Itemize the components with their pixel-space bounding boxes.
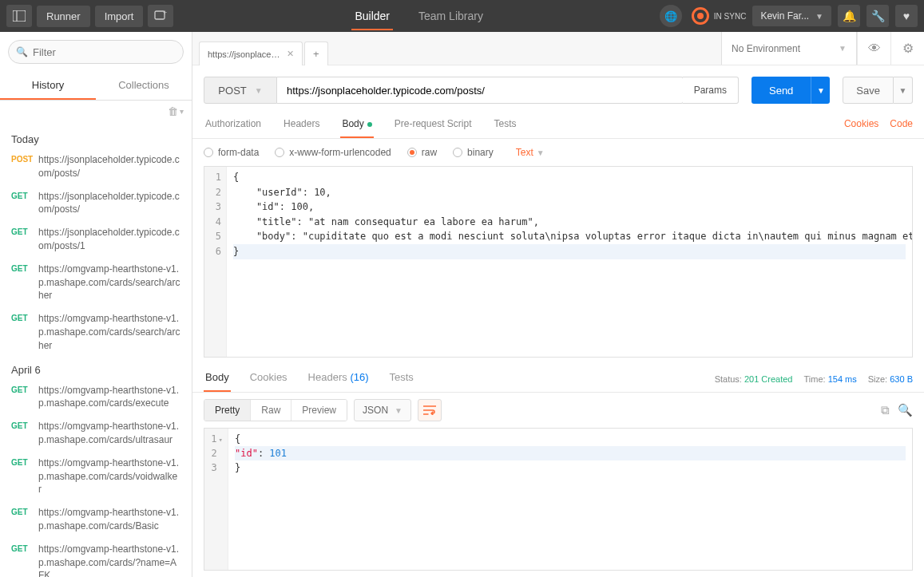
top-center-tabs: Builder Team Library [178, 2, 659, 30]
history-method: GET [11, 312, 32, 352]
notifications-button[interactable]: 🔔 [838, 5, 860, 27]
sync-label: IN SYNC [714, 12, 747, 21]
request-tab[interactable]: https://jsonplaceholder ✕ [199, 41, 303, 65]
request-tab-label: https://jsonplaceholder [208, 49, 280, 59]
history-group-title: April 6 [11, 364, 180, 376]
editor-gutter: 123456 [204, 167, 227, 357]
history-url: https://omgvamp-hearthstone-v1.p.mashape… [38, 263, 180, 302]
quick-look-button[interactable]: 👁 [857, 32, 890, 65]
body-modified-dot [367, 122, 372, 127]
history-url: https://omgvamp-hearthstone-v1.p.mashape… [38, 312, 180, 352]
history-url: https://jsonplaceholder.typicode.com/pos… [38, 226, 180, 253]
interceptor-icon[interactable]: 🌐 [660, 5, 682, 27]
history-url: https://jsonplaceholder.typicode.com/pos… [38, 153, 180, 180]
view-preview[interactable]: Preview [291, 400, 347, 421]
history-item[interactable]: GEThttps://omgvamp-hearthstone-v1.p.mash… [11, 420, 180, 447]
view-pretty[interactable]: Pretty [204, 400, 251, 421]
trash-icon[interactable]: 🗑 [168, 105, 178, 117]
new-tab-button[interactable]: + [304, 41, 328, 65]
save-button[interactable]: Save [843, 77, 894, 104]
history-item[interactable]: GEThttps://omgvamp-hearthstone-v1.p.mash… [11, 384, 180, 411]
toggle-wrap-button[interactable] [418, 399, 442, 421]
environment-select[interactable]: No Environment ▼ [721, 32, 857, 65]
history-list: TodayPOSThttps://jsonplaceholder.typicod… [0, 122, 192, 577]
send-dropdown[interactable]: ▼ [811, 77, 830, 104]
sync-status[interactable]: IN SYNC [692, 7, 747, 25]
filter-input[interactable] [8, 40, 184, 64]
history-url: https://omgvamp-hearthstone-v1.p.mashape… [38, 420, 180, 447]
settings-button[interactable]: 🔧 [866, 5, 889, 27]
history-item[interactable]: GEThttps://omgvamp-hearthstone-v1.p.mash… [11, 263, 180, 302]
search-response-icon[interactable]: 🔍 [898, 403, 913, 417]
response-tab-cookies[interactable]: Cookies [248, 364, 289, 392]
toggle-sidebar-button[interactable] [6, 5, 32, 27]
chevron-down-icon: ▼ [815, 12, 823, 21]
response-format-dropdown[interactable]: JSON▼ [354, 399, 411, 421]
collections-tab[interactable]: Collections [96, 72, 192, 100]
history-method: GET [11, 506, 32, 533]
history-item[interactable]: GEThttps://omgvamp-hearthstone-v1.p.mash… [11, 456, 180, 496]
heart-button[interactable]: ♥ [895, 5, 918, 27]
history-method: GET [11, 420, 32, 447]
radio-urlencoded[interactable]: x-www-form-urlencoded [275, 147, 391, 158]
history-item[interactable]: GEThttps://jsonplaceholder.typicode.com/… [11, 190, 180, 217]
history-group-title: Today [11, 133, 180, 145]
tab-team-library[interactable]: Team Library [415, 2, 486, 30]
history-url: https://omgvamp-hearthstone-v1.p.mashape… [38, 543, 180, 577]
runner-button[interactable]: Runner [37, 6, 90, 27]
chevron-down-icon: ▼ [839, 44, 847, 53]
tab-builder[interactable]: Builder [351, 2, 393, 30]
request-tabstrip: https://jsonplaceholder ✕ + [192, 33, 721, 65]
history-url: https://omgvamp-hearthstone-v1.p.mashape… [38, 456, 180, 496]
save-dropdown[interactable]: ▼ [894, 77, 913, 104]
request-body-editor[interactable]: 123456 { "userId": 10, "id": 100, "title… [204, 166, 913, 358]
response-meta: Status: 201 Created Time: 154 ms Size: 6… [715, 374, 913, 392]
view-raw[interactable]: Raw [251, 400, 291, 421]
history-tab[interactable]: History [0, 72, 96, 100]
history-method: GET [11, 543, 32, 577]
response-view-mode: Pretty Raw Preview [204, 399, 347, 421]
history-item[interactable]: GEThttps://jsonplaceholder.typicode.com/… [11, 226, 180, 253]
import-button[interactable]: Import [95, 6, 144, 27]
history-item[interactable]: GEThttps://omgvamp-hearthstone-v1.p.mash… [11, 506, 180, 533]
code-link[interactable]: Code [890, 113, 913, 138]
editor-gutter: 1▾2 3 [204, 429, 228, 570]
history-method: GET [11, 226, 32, 253]
response-tab-headers[interactable]: Headers (16) [307, 364, 371, 392]
subtab-tests[interactable]: Tests [492, 113, 518, 138]
history-url: https://omgvamp-hearthstone-v1.p.mashape… [38, 506, 180, 533]
svg-rect-0 [13, 10, 26, 22]
response-tab-body[interactable]: Body [204, 364, 231, 392]
copy-response-icon[interactable]: ⧉ [881, 403, 890, 417]
manage-env-button[interactable]: ⚙ [890, 32, 924, 65]
radio-form-data[interactable]: form-data [204, 147, 259, 158]
close-tab-icon[interactable]: ✕ [287, 49, 294, 59]
radio-binary[interactable]: binary [453, 147, 494, 158]
status-value: 201 Created [744, 374, 793, 384]
method-dropdown[interactable]: POST ▼ [204, 77, 277, 104]
response-tab-tests[interactable]: Tests [388, 364, 415, 392]
user-name: Kevin Far... [760, 10, 809, 22]
history-url: https://jsonplaceholder.typicode.com/pos… [38, 190, 180, 217]
radio-raw[interactable]: raw [407, 147, 437, 158]
subtab-prerequest[interactable]: Pre-request Script [393, 113, 474, 138]
new-window-button[interactable]: + [148, 5, 173, 27]
user-dropdown[interactable]: Kevin Far... ▼ [752, 6, 831, 26]
raw-type-dropdown[interactable]: Text▼ [516, 147, 545, 158]
sidebar: 🔍 History Collections 🗑 ▾ TodayPOSThttps… [0, 32, 192, 577]
params-button[interactable]: Params [683, 77, 739, 104]
cookies-link[interactable]: Cookies [844, 113, 878, 138]
subtab-body[interactable]: Body [340, 113, 373, 138]
size-value: 630 B [890, 374, 913, 384]
response-body-editor[interactable]: 1▾2 3 { "id": 101} [204, 428, 913, 571]
time-value: 154 ms [828, 374, 857, 384]
history-item[interactable]: GEThttps://omgvamp-hearthstone-v1.p.mash… [11, 312, 180, 352]
url-input[interactable] [277, 77, 684, 104]
subtab-headers[interactable]: Headers [282, 113, 321, 138]
subtab-authorization[interactable]: Authorization [204, 113, 263, 138]
chevron-down-icon[interactable]: ▾ [180, 107, 184, 116]
chevron-down-icon: ▼ [255, 86, 263, 95]
history-item[interactable]: GEThttps://omgvamp-hearthstone-v1.p.mash… [11, 543, 180, 577]
history-item[interactable]: POSThttps://jsonplaceholder.typicode.com… [11, 153, 180, 180]
send-button[interactable]: Send [751, 77, 811, 104]
